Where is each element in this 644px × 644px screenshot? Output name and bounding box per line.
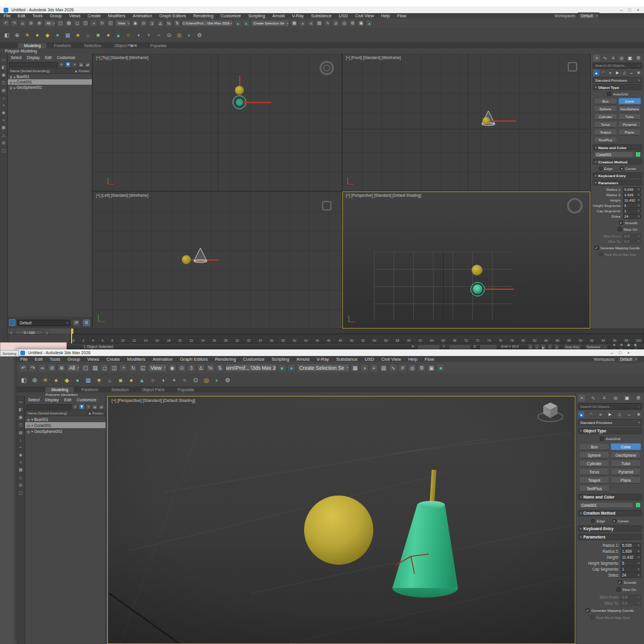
plus-grid-icon[interactable]: ⊞ bbox=[2, 141, 5, 145]
ribbon-tab[interactable]: Selection bbox=[106, 387, 135, 392]
object-type-button[interactable]: Plane bbox=[618, 129, 642, 135]
motion-tab-icon[interactable]: ◎ bbox=[618, 55, 625, 61]
snap-3d-icon[interactable]: 3 bbox=[187, 364, 196, 372]
object-type-button[interactable]: Cylinder bbox=[579, 460, 609, 467]
bind-spacewarp-icon[interactable]: ⊕ bbox=[36, 20, 43, 27]
menu-item[interactable]: Civil View bbox=[378, 357, 405, 362]
sun-icon[interactable]: ☀ bbox=[23, 30, 32, 40]
rotate-icon[interactable]: ↻ bbox=[98, 20, 106, 27]
triangle-icon[interactable]: △ bbox=[19, 475, 22, 480]
edit-named-sets-icon[interactable]: ▦ bbox=[290, 20, 298, 27]
explorer-menu-item[interactable]: Select bbox=[11, 55, 21, 60]
scene-object-row[interactable]: ◎ ● Box001 · bbox=[8, 74, 92, 79]
home-grid-icon[interactable]: ⌂ bbox=[105, 375, 114, 385]
explorer-search-input[interactable] bbox=[26, 404, 72, 410]
scale-icon[interactable]: ◱ bbox=[138, 364, 147, 372]
autogrid-row[interactable]: AutoGrid bbox=[578, 436, 642, 441]
move-gizmo-x[interactable] bbox=[244, 102, 271, 103]
render-production-icon[interactable]: ● bbox=[366, 20, 373, 27]
shapes-category-icon[interactable]: ◠ bbox=[588, 411, 594, 417]
ribbon-tab[interactable]: Object Paint bbox=[109, 43, 143, 48]
viewport-top[interactable]: [+] [Top] [Standard] [Wireframe] bbox=[92, 54, 342, 191]
smooth-row[interactable]: ✓Smooth bbox=[593, 220, 642, 225]
sphere-gold-icon[interactable]: ● bbox=[126, 375, 136, 385]
sun-icon[interactable]: ☀ bbox=[41, 375, 50, 385]
parameter-field[interactable]: 5,035⇅ bbox=[621, 543, 641, 548]
viewcube-ghost[interactable] bbox=[568, 62, 577, 72]
lights-category-icon[interactable]: ¤ bbox=[608, 70, 614, 76]
window-crossing-icon[interactable]: ◫ bbox=[110, 364, 118, 372]
modify-tab-icon[interactable]: ∿ bbox=[602, 55, 608, 61]
hierarchy-tab-icon[interactable]: ≡ bbox=[601, 395, 608, 401]
parameter-field[interactable]: 1⇅ bbox=[621, 566, 641, 572]
ribbon-overflow[interactable]: ▣ ▾ bbox=[130, 43, 136, 47]
object-type-button[interactable]: Pyramid bbox=[611, 468, 641, 475]
bulb-icon[interactable]: ○ bbox=[124, 30, 133, 40]
square-icon[interactable]: ▢ bbox=[18, 491, 23, 496]
square-icon[interactable]: ▢ bbox=[2, 148, 6, 153]
menu-item[interactable]: Customize bbox=[240, 357, 268, 362]
scene-object-row[interactable]: ◎ ● GeoSphere001 · bbox=[25, 428, 106, 434]
align-icon[interactable]: ≡ bbox=[307, 20, 314, 27]
sync-icon[interactable]: ⇄ bbox=[98, 404, 104, 410]
autogrid-row[interactable]: AutoGrid bbox=[593, 91, 642, 97]
select-link-icon[interactable]: ∞ bbox=[38, 364, 47, 372]
ribbon-tab[interactable]: Selection bbox=[78, 43, 107, 48]
filter-icon[interactable]: ▼ bbox=[65, 61, 71, 67]
scene-object-row[interactable]: ◎ ● Cone001 · bbox=[8, 79, 92, 85]
helpers-category-icon[interactable]: △ bbox=[617, 411, 623, 417]
modify-tab-icon[interactable]: ∿ bbox=[590, 395, 596, 401]
viewport-perspective-large[interactable]: [+] [Perspective] [Standard] [Default Sh… bbox=[107, 396, 575, 644]
percent-snap-icon[interactable]: % bbox=[206, 364, 215, 372]
explorer-menu-item[interactable]: Customize bbox=[57, 55, 76, 60]
globe-icon[interactable]: ◐ bbox=[212, 375, 222, 385]
pick-parent-icon[interactable]: ⊞ bbox=[78, 61, 84, 67]
cube-green-icon[interactable]: ■ bbox=[94, 30, 103, 40]
undo-icon[interactable]: ↶ bbox=[19, 364, 27, 372]
grid-layout-icon[interactable]: ▦ bbox=[83, 320, 90, 326]
split-view-icon[interactable]: ◧ bbox=[18, 407, 23, 412]
scene-object-row[interactable]: ◎ ● Box001 · bbox=[25, 416, 106, 422]
scripting-tab[interactable]: Scripting bbox=[0, 350, 19, 357]
slice-on-checkbox[interactable] bbox=[618, 227, 622, 231]
menu-icon[interactable]: ≡ bbox=[19, 460, 21, 465]
rotate-icon[interactable]: ↻ bbox=[129, 364, 137, 372]
curve-editor-icon[interactable]: ∿ bbox=[324, 20, 331, 27]
render-setup-icon[interactable]: ⚙ bbox=[349, 20, 356, 27]
render-production-icon[interactable]: ● bbox=[436, 364, 445, 372]
eye-icon[interactable]: ◎ bbox=[27, 429, 30, 434]
smooth-checkbox[interactable]: ✓ bbox=[618, 580, 622, 584]
rollout-creation-method[interactable]: Creation Method bbox=[593, 159, 642, 165]
spinner-snap-icon[interactable]: ⇅ bbox=[174, 20, 181, 27]
menu-item[interactable]: USD bbox=[361, 357, 378, 362]
spinner-icon[interactable]: ⇅ bbox=[637, 193, 640, 196]
menu-item[interactable]: Flow bbox=[421, 357, 438, 362]
camera-icon[interactable]: ◗ bbox=[159, 375, 168, 385]
menu-item[interactable]: USD bbox=[335, 13, 351, 18]
edit-named-sets-icon[interactable]: ▦ bbox=[351, 364, 359, 372]
move-icon[interactable]: + bbox=[119, 364, 128, 372]
eye-icon[interactable]: ◎ bbox=[27, 423, 30, 428]
selection-filter-dropdown[interactable]: All bbox=[67, 364, 80, 372]
unlink-icon[interactable]: ⊘ bbox=[27, 20, 35, 27]
helpers-icon[interactable]: + bbox=[144, 30, 153, 40]
helpers-icon[interactable]: + bbox=[169, 375, 179, 385]
slice-field[interactable]: 0,0⇅ bbox=[621, 600, 641, 606]
real-world-row[interactable]: Real-World Map Size bbox=[578, 615, 642, 620]
systems-icon[interactable]: ⊙ bbox=[165, 30, 174, 40]
select-object-icon[interactable]: ▢ bbox=[81, 364, 89, 372]
object-type-button[interactable]: GeoSphere bbox=[611, 451, 641, 459]
object-type-button[interactable]: TextPlus bbox=[594, 137, 617, 143]
menu-item[interactable]: Animation bbox=[149, 357, 177, 362]
viewport-config-icon[interactable]: ◧ bbox=[19, 375, 29, 385]
geometry-category-icon[interactable]: ● bbox=[578, 411, 584, 417]
menu-item[interactable]: Edit bbox=[14, 13, 29, 18]
object-type-button[interactable]: Cone bbox=[618, 98, 642, 104]
rollout-parameters[interactable]: Parameters bbox=[578, 534, 642, 540]
viewport-perspective[interactable]: [+] [Perspective] [Standard] [Default Sh… bbox=[342, 191, 590, 329]
parameter-field[interactable]: 24⇅ bbox=[621, 572, 641, 578]
menu-item[interactable]: Civil View bbox=[351, 13, 377, 18]
ribbon-tab[interactable]: Modeling bbox=[18, 43, 47, 48]
menu-item[interactable]: Arnold bbox=[269, 13, 289, 18]
solid-view-icon[interactable]: ▣ bbox=[2, 73, 6, 78]
